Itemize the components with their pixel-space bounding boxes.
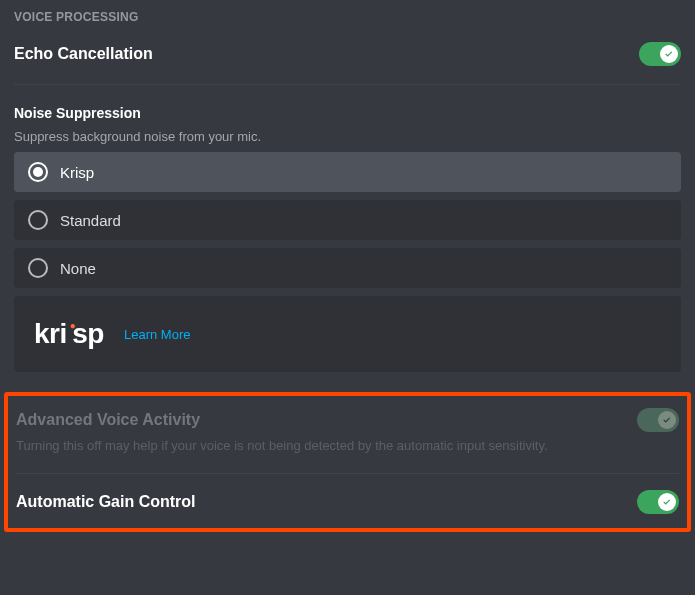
automatic-gain-row: Automatic Gain Control <box>16 490 679 514</box>
echo-cancellation-title: Echo Cancellation <box>14 45 153 63</box>
radio-label-krisp: Krisp <box>60 164 94 181</box>
advanced-voice-title: Advanced Voice Activity <box>16 411 200 429</box>
automatic-gain-title: Automatic Gain Control <box>16 493 196 511</box>
radio-option-none[interactable]: None <box>14 248 681 288</box>
krisp-info-box: kri●sp Learn More <box>14 296 681 372</box>
echo-cancellation-toggle[interactable] <box>639 42 681 66</box>
toggle-thumb <box>660 45 678 63</box>
advanced-voice-toggle[interactable] <box>637 408 679 432</box>
section-header: VOICE PROCESSING <box>14 10 681 24</box>
highlight-annotation: Advanced Voice Activity Turning this off… <box>4 392 691 532</box>
divider <box>14 84 681 85</box>
advanced-voice-row: Advanced Voice Activity <box>16 408 679 432</box>
radio-icon <box>28 210 48 230</box>
radio-label-standard: Standard <box>60 212 121 229</box>
radio-dot-icon <box>33 167 43 177</box>
noise-suppression-description: Suppress background noise from your mic. <box>14 129 681 144</box>
advanced-voice-description: Turning this off may help if your voice … <box>16 438 679 453</box>
noise-suppression-title: Noise Suppression <box>14 105 681 121</box>
check-icon <box>661 496 673 508</box>
radio-option-krisp[interactable]: Krisp <box>14 152 681 192</box>
learn-more-link[interactable]: Learn More <box>124 327 190 342</box>
radio-option-standard[interactable]: Standard <box>14 200 681 240</box>
toggle-thumb <box>658 411 676 429</box>
echo-cancellation-row: Echo Cancellation <box>14 42 681 66</box>
radio-icon <box>28 162 48 182</box>
toggle-thumb <box>658 493 676 511</box>
krisp-logo: kri●sp <box>34 318 104 350</box>
radio-icon <box>28 258 48 278</box>
divider <box>16 473 679 474</box>
check-icon <box>663 48 675 60</box>
radio-label-none: None <box>60 260 96 277</box>
automatic-gain-toggle[interactable] <box>637 490 679 514</box>
check-icon <box>661 414 673 426</box>
